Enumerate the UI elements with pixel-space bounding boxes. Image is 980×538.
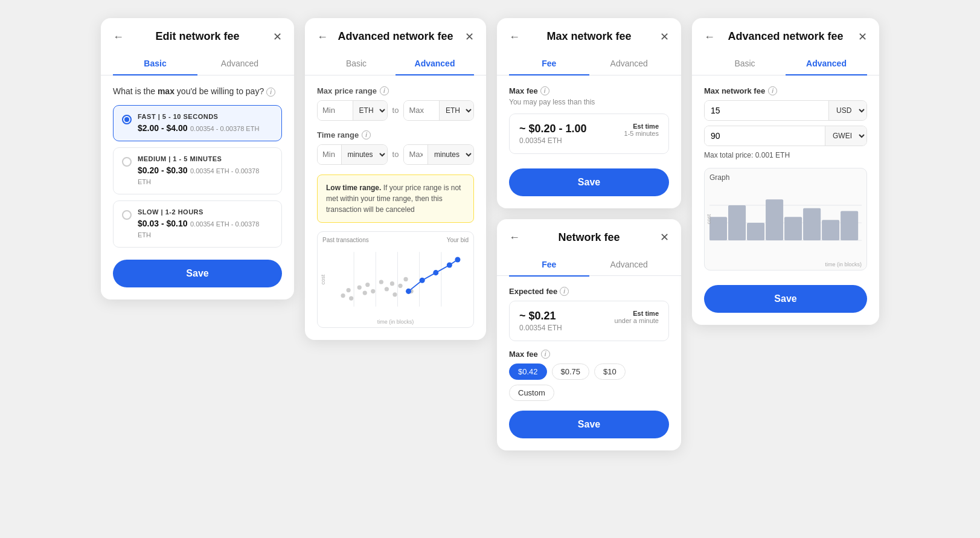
card3-max-fee-sub: You may pay less than this — [509, 98, 669, 106]
time-range-info-icon[interactable]: i — [362, 130, 371, 139]
card3b-close-button[interactable]: ✕ — [658, 229, 671, 245]
card2-back-button[interactable]: ← — [315, 29, 330, 45]
card3-header: ← Max network fee ✕ — [497, 18, 681, 43]
fee-option-medium[interactable]: MEDIUM | 1 - 5 MINUTES $0.20 - $0.30 0.0… — [113, 147, 282, 194]
svg-point-11 — [371, 289, 375, 293]
fee-option-fast-eth: 0.00354 - 0.00378 ETH — [190, 125, 259, 132]
card3-back-button[interactable]: ← — [507, 29, 522, 45]
card3b-save-button[interactable]: Save — [509, 411, 669, 438]
tab-basic-4[interactable]: Basic — [704, 53, 786, 75]
chip-10[interactable]: $10 — [594, 363, 626, 380]
expected-fee-info-icon[interactable]: i — [560, 287, 569, 296]
card4-title: Advanced network fee — [728, 30, 843, 43]
card2-time-min-wrap: minutes — [317, 144, 388, 165]
card1-question: What is the max you'd be willing to pay?… — [113, 86, 282, 97]
chart-svg — [332, 249, 469, 315]
card2-max-currency-select[interactable]: ETH — [439, 101, 473, 120]
max-network-fee-card: ← Max network fee ✕ Fee Advanced Max fee… — [497, 18, 681, 208]
svg-point-8 — [357, 285, 362, 289]
card3b-title: Network fee — [558, 231, 620, 244]
card3b-back-button[interactable]: ← — [507, 229, 522, 245]
card2-time-min-input[interactable] — [318, 145, 341, 164]
tab-fee-3[interactable]: Fee — [509, 53, 589, 75]
card3b-summary-box: ~ $0.21 0.00354 ETH Est time under a min… — [509, 301, 669, 341]
svg-point-5 — [341, 293, 345, 297]
card2-max-input[interactable] — [404, 101, 439, 120]
tab-advanced-1[interactable]: Advanced — [197, 53, 282, 75]
card2-time-max-unit[interactable]: minutes — [428, 145, 473, 164]
svg-rect-30 — [766, 199, 783, 240]
card1-close-button[interactable]: ✕ — [271, 29, 284, 45]
fee-option-slow-price: $0.03 - $0.10 — [138, 219, 188, 228]
card4-y-label: cost — [706, 214, 712, 224]
card2-max-price-label: Max price range i — [317, 86, 474, 95]
card2-min-input[interactable] — [318, 101, 353, 120]
card3-title: Max network fee — [546, 30, 631, 43]
svg-rect-34 — [841, 211, 858, 240]
max-fee-info-icon[interactable]: i — [540, 86, 549, 95]
card2-warning: Low time range. If your price range is n… — [317, 175, 474, 223]
card3b-eth: 0.00354 ETH — [519, 324, 562, 332]
card2-header: ← Advanced network fee ✕ — [305, 18, 486, 43]
card4-usd-input[interactable] — [705, 101, 828, 120]
tab-advanced-2[interactable]: Advanced — [396, 53, 474, 75]
card3b-header: ← Network fee ✕ — [497, 219, 681, 244]
card3b-tabs: Fee Advanced — [497, 254, 681, 277]
max-price-info-icon[interactable]: i — [380, 86, 389, 95]
card4-gwei-input[interactable] — [705, 126, 825, 146]
svg-point-7 — [349, 296, 353, 300]
tab-advanced-3b[interactable]: Advanced — [589, 254, 670, 277]
svg-point-15 — [392, 292, 397, 296]
fee-option-fast[interactable]: FAST | 5 - 10 SECONDS $2.00 - $4.00 0.00… — [113, 105, 282, 141]
card4-info-icon[interactable]: i — [768, 86, 777, 95]
card1-header: ← Edit network fee ✕ — [101, 18, 294, 43]
network-fee-card: ← Network fee ✕ Fee Advanced Expected fe… — [497, 219, 681, 451]
card3-summary-box: ~ $0.20 - 1.00 0.00354 ETH Est time 1-5 … — [509, 114, 669, 154]
tab-advanced-3[interactable]: Advanced — [589, 53, 670, 75]
card2-time-range-row: minutes to minutes — [317, 144, 474, 165]
chip-custom[interactable]: Custom — [509, 385, 554, 401]
tab-fee-3b[interactable]: Fee — [509, 254, 589, 277]
card3b-max-fee-row: Max fee i — [509, 350, 669, 359]
card4-max-total-price: Max total price: 0.001 ETH — [704, 151, 867, 159]
card4-graph-box: Graph cost time (in blocks) — [704, 168, 867, 271]
card3-save-button[interactable]: Save — [509, 168, 669, 196]
card4-close-button[interactable]: ✕ — [856, 29, 870, 45]
card4-graph-label: Graph — [709, 173, 862, 182]
chip-042[interactable]: $0.42 — [509, 363, 547, 380]
tab-basic-2[interactable]: Basic — [317, 53, 396, 75]
chart-past-label: Past transactions — [322, 237, 369, 243]
question-info-icon[interactable]: i — [266, 88, 275, 97]
card3b-max-fee-info[interactable]: i — [541, 350, 550, 359]
svg-point-21 — [433, 270, 438, 275]
fee-option-slow[interactable]: SLOW | 1-2 HOURS $0.03 - $0.10 0.00354 E… — [113, 200, 282, 248]
card3-close-button[interactable]: ✕ — [658, 29, 671, 45]
chart-bid-label: Your bid — [447, 237, 469, 243]
svg-point-16 — [398, 283, 402, 287]
card4-save-button[interactable]: Save — [704, 285, 867, 313]
card1-save-button[interactable]: Save — [113, 260, 282, 287]
edit-network-fee-card: ← Edit network fee ✕ Basic Advanced What… — [101, 18, 294, 299]
card2-time-min-unit[interactable]: minutes — [341, 145, 387, 164]
card4-gwei-select[interactable]: GWEI — [825, 126, 866, 146]
tab-basic-1[interactable]: Basic — [113, 53, 197, 75]
svg-rect-28 — [728, 205, 746, 240]
radio-medium — [122, 157, 132, 167]
card4-back-button[interactable]: ← — [702, 29, 717, 45]
card2-time-max-input[interactable] — [404, 145, 428, 164]
card2-time-range-label: Time range i — [317, 130, 474, 139]
card3b-time: Est time under a minute — [615, 310, 659, 324]
card2-chart: Past transactions Your bid cost — [317, 231, 474, 328]
card1-body: What is the max you'd be willing to pay?… — [101, 75, 294, 299]
card1-back-button[interactable]: ← — [110, 29, 126, 45]
card4-usd-select[interactable]: USD — [828, 101, 866, 120]
card2-min-currency-select[interactable]: ETH — [353, 101, 387, 120]
card4-gwei-row: GWEI — [704, 126, 867, 146]
radio-fast — [122, 115, 132, 124]
svg-point-19 — [406, 288, 411, 293]
card1-tabs: Basic Advanced — [101, 53, 294, 75]
tab-advanced-4[interactable]: Advanced — [786, 53, 867, 75]
card4-tabs: Basic Advanced — [692, 53, 879, 75]
card2-close-button[interactable]: ✕ — [463, 29, 476, 45]
chip-075[interactable]: $0.75 — [552, 363, 590, 380]
